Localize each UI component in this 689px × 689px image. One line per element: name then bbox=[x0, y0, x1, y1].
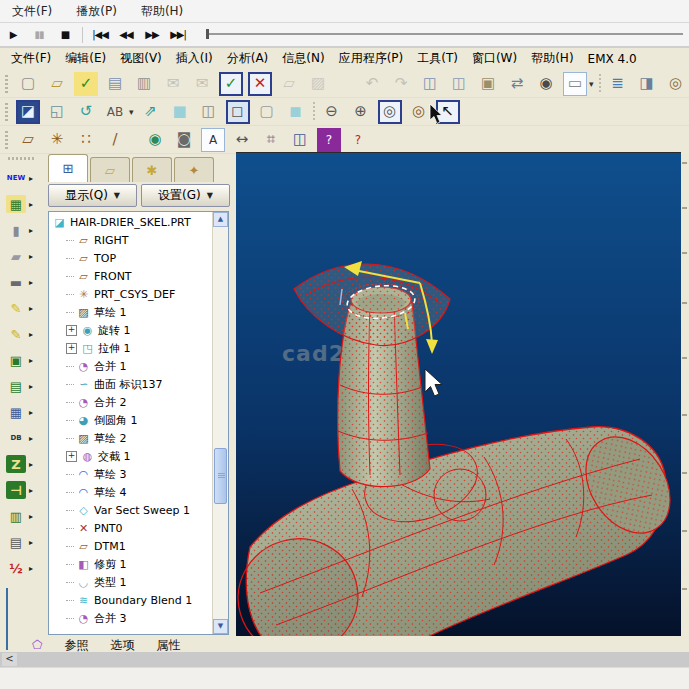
emx-marker-pen-button[interactable]: ✎▸ bbox=[0, 295, 46, 321]
globe-button[interactable]: ◉ bbox=[143, 128, 167, 152]
select-items-button[interactable]: ↖ bbox=[436, 100, 460, 124]
axis-display-button[interactable]: ∕ bbox=[103, 128, 127, 152]
flyout-arrow-icon[interactable]: ▸ bbox=[29, 200, 33, 209]
emx-database-button[interactable]: DB▸ bbox=[0, 425, 46, 451]
zoom-in-button[interactable]: ⊕ bbox=[349, 100, 373, 124]
view-snapshot-button[interactable]: ◨ bbox=[635, 72, 659, 96]
flyout-arrow-icon[interactable]: ▸ bbox=[29, 356, 33, 365]
flyout-arrow-icon[interactable]: ▸ bbox=[29, 304, 33, 313]
menu-file[interactable]: 文件(F) bbox=[4, 48, 58, 69]
flyout-arrow-icon[interactable]: ▸ bbox=[29, 538, 33, 547]
regenerate-button[interactable]: ⇄ bbox=[505, 72, 529, 96]
flyout-arrow-icon[interactable]: ▸ bbox=[29, 486, 33, 495]
tree-item[interactable]: ◕倒圆角 1 bbox=[49, 411, 213, 429]
tree-item[interactable]: ≋Boundary Blend 1 bbox=[49, 591, 213, 609]
email-link-button[interactable]: ✉ bbox=[190, 72, 214, 96]
tree-item[interactable]: ▨草绘 1 bbox=[49, 303, 213, 321]
zoom-window-button[interactable]: ◎ bbox=[378, 100, 402, 124]
scroll-up-button[interactable]: ▲ bbox=[213, 212, 228, 227]
window-tile-button[interactable]: ◫ bbox=[288, 128, 312, 152]
tab-model-tree[interactable]: ⊞ bbox=[48, 154, 88, 182]
player-menu-play[interactable]: 播放(P) bbox=[64, 0, 129, 23]
scroll-left-button[interactable]: < bbox=[2, 653, 17, 666]
menu-info[interactable]: 信息(N) bbox=[275, 48, 331, 69]
menu-applications[interactable]: 应用程序(P) bbox=[332, 48, 411, 69]
point-display-button[interactable]: ∷ bbox=[74, 128, 98, 152]
tree-item[interactable]: ◔合并 1 bbox=[49, 357, 213, 375]
emx-new-project-button[interactable]: NEW▸ bbox=[0, 165, 46, 191]
menu-insert[interactable]: 插入(I) bbox=[169, 48, 220, 69]
tree-item[interactable]: ✳PRT_CSYS_DEF bbox=[49, 285, 213, 303]
tree-item[interactable]: ▱DTM1 bbox=[49, 537, 213, 555]
model-size-button[interactable]: ⌗ bbox=[259, 128, 283, 152]
tree-item[interactable]: ◔合并 3 bbox=[49, 609, 213, 627]
tab-folder-browser[interactable]: ▱ bbox=[90, 157, 130, 182]
flyout-arrow-icon[interactable]: ▸ bbox=[29, 408, 33, 417]
dashboard-tab-references[interactable]: 参照 bbox=[64, 637, 88, 654]
emx-dowel-button[interactable]: ▰▸ bbox=[0, 243, 46, 269]
csys-display-button[interactable]: ✳ bbox=[45, 128, 69, 152]
find-button[interactable]: ◉ bbox=[534, 72, 558, 96]
tree-item[interactable]: ∽曲面 标识137 bbox=[49, 375, 213, 393]
emx-clamp-button[interactable]: ⊣▸ bbox=[0, 477, 46, 503]
settings-dropdown-button[interactable]: 设置(G) ▼ bbox=[141, 184, 230, 207]
flyout-arrow-icon[interactable]: ▸ bbox=[29, 252, 33, 261]
emx-screw-button[interactable]: ▮▸ bbox=[0, 217, 46, 243]
menu-view[interactable]: 视图(V) bbox=[113, 48, 169, 69]
flyout-arrow-icon[interactable]: ▸ bbox=[29, 512, 33, 521]
shaded-style-button[interactable]: ◼ bbox=[284, 100, 308, 124]
tree-item[interactable]: +◳拉伸 1 bbox=[49, 339, 213, 357]
menu-emx[interactable]: EMX 4.0 bbox=[581, 50, 644, 68]
expander-plus-icon[interactable]: + bbox=[66, 325, 77, 336]
hidden-removed-style-button[interactable]: ▢ bbox=[255, 100, 279, 124]
flyout-arrow-icon[interactable]: ▸ bbox=[29, 278, 33, 287]
redo-button[interactable]: ↷ bbox=[389, 72, 413, 96]
menu-window[interactable]: 窗口(W) bbox=[465, 48, 524, 69]
emx-ejector-button[interactable]: ▣▸ bbox=[0, 347, 46, 373]
flyout-arrow-icon[interactable]: ▸ bbox=[29, 460, 33, 469]
copy-page-button[interactable]: ▱ bbox=[277, 72, 301, 96]
paste-button[interactable]: ▣ bbox=[476, 72, 500, 96]
spin-center-button[interactable]: ↺ bbox=[74, 100, 98, 124]
playback-slider[interactable] bbox=[207, 33, 683, 35]
menu-tools[interactable]: 工具(T) bbox=[410, 48, 465, 69]
reorient-button[interactable]: ◱ bbox=[45, 100, 69, 124]
tree-item[interactable]: ◔合并 2 bbox=[49, 393, 213, 411]
flyout-arrow-icon[interactable]: ▸ bbox=[29, 434, 33, 443]
playback-slider-handle[interactable] bbox=[206, 29, 209, 39]
tree-item[interactable]: ▱TOP bbox=[49, 249, 213, 267]
expander-plus-icon[interactable]: + bbox=[66, 343, 77, 354]
annotation-button[interactable]: A bbox=[201, 128, 225, 152]
close-window-button[interactable]: ✕ bbox=[248, 72, 272, 96]
tab-history[interactable]: ✦ bbox=[174, 157, 214, 182]
save-backup-button[interactable]: ✓ bbox=[74, 72, 98, 96]
emx-counter-button[interactable]: ½▸ bbox=[0, 555, 46, 581]
dashboard-tab-options[interactable]: 选项 bbox=[110, 637, 134, 654]
email-model-button[interactable]: ✉ bbox=[161, 72, 185, 96]
graphics-viewport[interactable]: cad268 bbox=[236, 152, 681, 639]
expander-plus-icon[interactable]: + bbox=[66, 451, 77, 462]
emx-grid-plate-button[interactable]: ▦▸ bbox=[0, 399, 46, 425]
emx-moldbase-check-button[interactable]: ▤▸ bbox=[0, 529, 46, 555]
zoom-out-button[interactable]: ⊖ bbox=[320, 100, 344, 124]
tree-item[interactable]: ◧修剪 1 bbox=[49, 555, 213, 573]
emx-moldbase-button[interactable]: ▦▸ bbox=[0, 191, 46, 217]
dropdown-arrow-icon[interactable]: ▾ bbox=[129, 107, 134, 117]
find-options-button[interactable]: ◎ bbox=[664, 72, 688, 96]
tree-item[interactable]: ◠草绘 4 bbox=[49, 483, 213, 501]
tree-item[interactable]: ◇Var Sect Sweep 1 bbox=[49, 501, 213, 519]
menu-help[interactable]: 帮助(H) bbox=[524, 48, 580, 69]
selection-filter-button[interactable]: ▭ bbox=[563, 72, 587, 96]
save-button[interactable]: ▤ bbox=[103, 72, 127, 96]
view-manager-button[interactable]: ◙ bbox=[172, 128, 196, 152]
flyout-arrow-icon[interactable]: ▸ bbox=[29, 226, 33, 235]
open-file-button[interactable]: ▱ bbox=[45, 72, 69, 96]
undo-button[interactable]: ↶ bbox=[360, 72, 384, 96]
fly-through-button[interactable]: ⇗ bbox=[139, 100, 163, 124]
emx-marker-pen2-button[interactable]: ✎▸ bbox=[0, 321, 46, 347]
zoom-options-button[interactable]: ◎ bbox=[407, 100, 431, 124]
tree-item[interactable]: ▱RIGHT bbox=[49, 231, 213, 249]
emx-plate-button[interactable]: ▤▸ bbox=[0, 373, 46, 399]
copy-button[interactable]: ◫ bbox=[418, 72, 442, 96]
emx-tool-button[interactable]: Z▸ bbox=[0, 451, 46, 477]
